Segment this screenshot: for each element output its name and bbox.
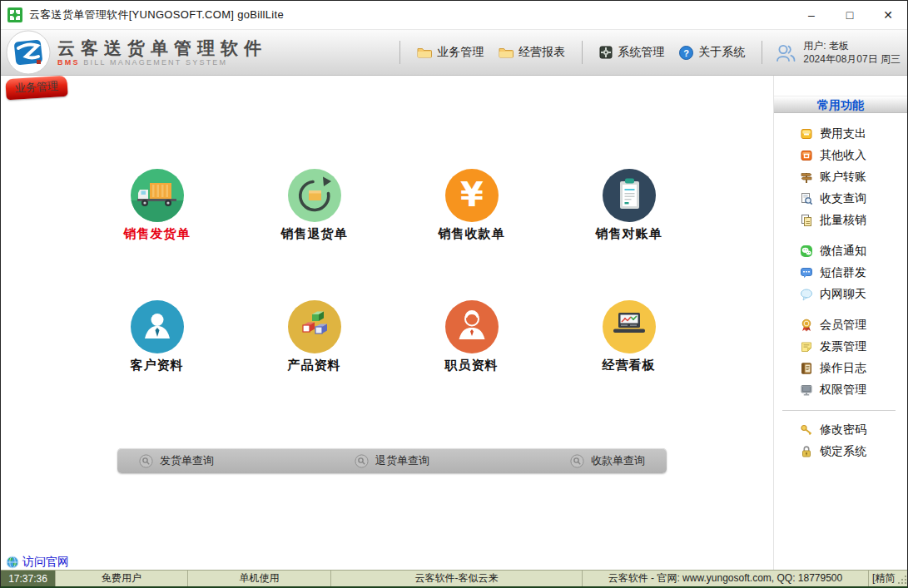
user-name: 用户: 老板: [803, 39, 901, 52]
member-medal-icon: [800, 319, 813, 332]
folder-icon: [499, 46, 514, 59]
status-contact: 云客软件 - 官网: www.yungosoft.com, QQ: 187795…: [583, 571, 869, 586]
sidebar-separator: [800, 410, 907, 411]
help-icon: ?: [679, 46, 693, 60]
sidebar-item-income-expense-query[interactable]: 收支查询: [800, 188, 907, 210]
receipt-order-query[interactable]: 收款单查询: [570, 453, 645, 468]
svg-text:?: ?: [683, 47, 689, 57]
key-icon: [800, 423, 813, 437]
app-window: 云客送货单管理软件[YUNGOSOFT.COM] goBillLite – □ …: [0, 0, 908, 588]
sidebar-item-intranet-chat[interactable]: 内网聊天: [800, 284, 907, 305]
sidebar-item-other-income[interactable]: 其他收入: [800, 145, 907, 166]
window-controls: – □ ✕: [792, 1, 907, 29]
current-date: 2024年08月07日 周三: [803, 52, 901, 66]
tile-sales-statement[interactable]: 销售对账单: [550, 169, 707, 242]
sidebar-item-wechat-notify[interactable]: 微信通知: [800, 240, 907, 262]
titlebar: 云客送货单管理软件[YUNGOSOFT.COM] goBillLite – □ …: [1, 1, 907, 30]
income-icon: [800, 149, 813, 162]
tile-customer-data[interactable]: 客户资料: [78, 300, 236, 373]
tile-grid: 销售发货单 销售退货单 ¥ 销售收款单 销售对账单 客户资料 产品资料: [78, 169, 707, 373]
status-user-type: 免费用户: [56, 571, 188, 586]
customer-icon: [131, 300, 184, 353]
sidebar-item-expense[interactable]: 费用支出: [800, 123, 907, 145]
globe-icon: [6, 556, 19, 569]
official-site-link[interactable]: 访问官网: [6, 555, 69, 570]
user-block[interactable]: 用户: 老板 2024年08月07日 周三: [775, 39, 901, 66]
return-arrows-icon: [288, 169, 341, 222]
sidebar-item-sms-broadcast[interactable]: 短信群发: [800, 262, 907, 284]
svg-text:¥: ¥: [460, 175, 484, 214]
yen-icon: ¥: [445, 169, 499, 222]
sidebar-item-batch-writeoff[interactable]: 批量核销: [800, 210, 907, 231]
header: 云客送货单管理软件 BMS BILL MANAGEMENT SYSTEM 业务管…: [1, 30, 907, 76]
status-clock: 17:37:36: [1, 571, 56, 586]
tab-business-management[interactable]: 业务管理: [5, 76, 67, 100]
dashboard-laptop-icon: [603, 300, 656, 353]
tile-product-data[interactable]: 产品资料: [236, 300, 393, 373]
sidebar-item-change-password[interactable]: 修改密码: [800, 419, 907, 441]
query-magnifier-icon: [800, 192, 813, 205]
status-slogan: 云客软件-客似云来: [331, 571, 583, 586]
main-content: 业务管理 销售发货单 销售退货单 ¥ 销售收款单 销售对账单 客户资料: [1, 76, 907, 570]
search-icon: [355, 454, 369, 468]
status-edition: [精简: [869, 571, 907, 586]
status-bar: 17:37:36 免费用户 单机使用 云客软件-客似云来 云客软件 - 官网: …: [1, 570, 907, 586]
log-book-icon: [800, 362, 813, 375]
tile-label: 销售退货单: [281, 226, 348, 242]
app-icon: [7, 7, 22, 22]
nav-system-management[interactable]: 系统管理: [599, 45, 664, 60]
nav-separator: [399, 41, 400, 64]
tile-label: 经营看板: [603, 358, 656, 373]
product-cubes-icon: [288, 300, 341, 353]
sidebar-item-lock-system[interactable]: 锁定系统: [800, 441, 907, 462]
tile-label: 销售对账单: [596, 226, 662, 242]
minimize-button[interactable]: –: [792, 1, 831, 29]
permission-monitor-icon: [800, 383, 813, 397]
sidebar-common-functions: 常用功能 费用支出 其他收入 账户转账 收支查询: [773, 76, 907, 570]
sidebar-item-invoice-management[interactable]: 发票管理: [800, 336, 907, 358]
folder-icon: [417, 46, 432, 59]
expense-icon: [800, 127, 813, 141]
search-icon: [570, 454, 584, 468]
window-title: 云客送货单管理软件[YUNGOSOFT.COM] goBillLite: [29, 7, 284, 22]
staff-icon: [445, 300, 499, 353]
nav-business-reports[interactable]: 经营报表: [499, 45, 565, 60]
tile-staff-data[interactable]: 职员资料: [393, 300, 550, 373]
statement-clipboard-icon: [603, 169, 656, 222]
nav-about-system[interactable]: ? 关于系统: [679, 45, 745, 60]
search-icon: [139, 454, 153, 468]
resize-grip[interactable]: [896, 576, 906, 586]
sidebar-group-gap: [800, 305, 907, 314]
nav-business-management[interactable]: 业务管理: [417, 45, 484, 60]
users-icon: [775, 42, 796, 62]
tile-sales-delivery[interactable]: 销售发货单: [78, 169, 236, 242]
sidebar-title: 常用功能: [774, 96, 907, 113]
wechat-icon: [800, 245, 813, 258]
delivery-order-query[interactable]: 发货单查询: [139, 453, 214, 468]
sidebar-item-member-management[interactable]: 会员管理: [800, 314, 907, 336]
transfer-signpost-icon: [800, 170, 813, 184]
return-order-query[interactable]: 退货单查询: [355, 453, 429, 468]
tile-sales-return[interactable]: 销售退货单: [236, 169, 393, 242]
tile-sales-receipt[interactable]: ¥ 销售收款单: [393, 169, 550, 242]
close-button[interactable]: ✕: [869, 1, 907, 29]
tile-label: 产品资料: [288, 358, 341, 373]
tile-label: 销售发货单: [124, 226, 191, 242]
sidebar-group-gap: [800, 231, 907, 240]
sms-icon: [800, 266, 813, 279]
sidebar-item-operation-log[interactable]: 操作日志: [800, 358, 907, 379]
maximize-button[interactable]: □: [831, 1, 869, 29]
batch-writeoff-icon: [800, 214, 813, 227]
nav-separator: [762, 41, 762, 64]
tile-label: 职员资料: [445, 358, 499, 373]
system-gear-icon: [599, 46, 613, 59]
logo-title: 云客送货单管理软件: [57, 38, 267, 57]
sidebar-item-account-transfer[interactable]: 账户转账: [800, 166, 907, 188]
logo-subtitle: BMS BILL MANAGEMENT SYSTEM: [57, 58, 267, 67]
lock-icon: [800, 445, 813, 458]
invoice-note-icon: [800, 340, 813, 353]
chat-bubble-icon: [800, 288, 813, 301]
sidebar-item-permission-management[interactable]: 权限管理: [800, 379, 907, 401]
tile-business-dashboard[interactable]: 经营看板: [550, 300, 707, 373]
logo-mark-icon: [6, 30, 51, 75]
